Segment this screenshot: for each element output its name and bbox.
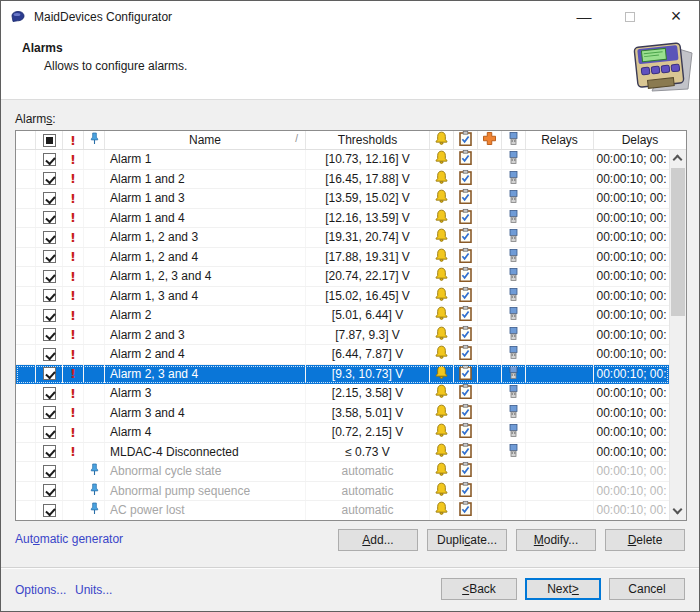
alarm-enabled-checkbox[interactable]: [43, 504, 56, 517]
alarm-row[interactable]: ! Alarm 1 and 2 [16.45, 17.88] V 00:00:1…: [16, 170, 669, 190]
alarm-enabled-checkbox[interactable]: [43, 289, 56, 302]
alarm-enabled-checkbox[interactable]: [43, 387, 56, 400]
alarm-enabled-checkbox[interactable]: [43, 192, 56, 205]
alarm-bell-icon: [434, 482, 449, 500]
alarm-important-icon: !: [70, 405, 76, 420]
alarm-row[interactable]: ! Alarm 4 [0.72, 2.15] V 00:00:10; 00:: [16, 423, 669, 443]
scroll-up-button[interactable]: [670, 150, 686, 167]
alarm-enabled-checkbox[interactable]: [43, 211, 56, 224]
alarm-relays: [526, 189, 594, 208]
alarm-enabled-checkbox[interactable]: [43, 367, 56, 380]
alarm-row[interactable]: Abnormal cycle state automatic 00:00:10;…: [16, 462, 669, 482]
scrollbar-thumb[interactable]: [671, 168, 685, 316]
alarm-relays: [526, 248, 594, 267]
pin-column-header[interactable]: [84, 131, 105, 149]
alarm-thresholds: [2.15, 3.58] V: [332, 386, 403, 400]
confirm-column-header[interactable]: [454, 131, 478, 149]
units-link[interactable]: Units...: [75, 583, 112, 597]
alarm-enabled-checkbox[interactable]: [43, 426, 56, 439]
alarm-enabled-checkbox[interactable]: [43, 172, 56, 185]
alarm-relays: [526, 345, 594, 364]
alarm-row[interactable]: ! Alarm 1 and 3 [13.59, 15.02] V 00:00:1…: [16, 189, 669, 209]
window-title: MaidDevices Configurator: [34, 10, 172, 24]
select-all-header[interactable]: [36, 131, 63, 149]
alarm-row[interactable]: ! MLDAC-4 Disconnected ≤ 0.73 V 00:00:10…: [16, 443, 669, 463]
clipboard-check-icon: [459, 131, 472, 149]
alarm-relays: [526, 443, 594, 462]
alarm-enabled-checkbox[interactable]: [43, 328, 56, 341]
alarm-enabled-checkbox[interactable]: [43, 153, 56, 166]
thresholds-column-header[interactable]: Thresholds: [306, 131, 430, 149]
alarm-name: Abnormal pump sequence: [110, 484, 250, 498]
alarm-enabled-checkbox[interactable]: [43, 270, 56, 283]
alarm-row[interactable]: AC power lost automatic 00:00:10; 00:: [16, 501, 669, 520]
alarm-row[interactable]: ! Alarm 3 [2.15, 3.58] V 00:00:10; 00:: [16, 384, 669, 404]
alarm-row[interactable]: ! Alarm 2 [5.01, 6.44] V 00:00:10; 00:: [16, 306, 669, 326]
alarm-confirm-icon: [459, 345, 472, 363]
alarm-name: MLDAC-4 Disconnected: [110, 445, 239, 459]
back-button[interactable]: < Back: [441, 578, 517, 600]
cancel-button[interactable]: Cancel: [609, 578, 685, 600]
alarm-thresholds: [7.87, 9.3] V: [335, 328, 400, 342]
alarm-enabled-checkbox[interactable]: [43, 231, 56, 244]
alarm-name: Alarm 4: [110, 425, 151, 439]
alarm-bell-icon: [434, 404, 449, 422]
delays-column-header[interactable]: Delays: [594, 131, 686, 149]
maximize-button[interactable]: [607, 1, 653, 32]
alarm-row[interactable]: ! Alarm 3 and 4 [3.58, 5.01] V 00:00:10;…: [16, 404, 669, 424]
alarm-confirm-icon: [459, 267, 472, 285]
relay-column-header[interactable]: [502, 131, 526, 149]
alarm-row[interactable]: ! Alarm 1 and 4 [12.16, 13.59] V 00:00:1…: [16, 209, 669, 229]
alarm-relay-icon: [508, 288, 519, 304]
next-button[interactable]: Next >: [525, 578, 601, 600]
alarm-row[interactable]: ! Alarm 2 and 3 [7.87, 9.3] V 00:00:10; …: [16, 326, 669, 346]
alarm-row[interactable]: ! Alarm 1 [10.73, 12.16] V 00:00:10; 00:: [16, 150, 669, 170]
alarm-enabled-checkbox[interactable]: [43, 250, 56, 263]
alarm-enabled-checkbox[interactable]: [43, 465, 56, 478]
alarm-row[interactable]: ! Alarm 1, 2, 3 and 4 [20.74, 22.17] V 0…: [16, 267, 669, 287]
add-button[interactable]: Add...: [338, 529, 418, 551]
name-column-header[interactable]: Name /: [105, 131, 306, 149]
alarm-row[interactable]: Abnormal pump sequence automatic 00:00:1…: [16, 482, 669, 502]
alarm-confirm-icon: [459, 170, 472, 188]
modify-button[interactable]: Modify...: [516, 529, 596, 551]
list-actions-row: Automatic generator Add... Duplicate... …: [1, 528, 699, 552]
automatic-generator-link[interactable]: Automatic generator: [15, 532, 123, 546]
bell-column-header[interactable]: [430, 131, 454, 149]
alarm-name: Alarm 1 and 2: [110, 172, 185, 186]
alarm-enabled-checkbox[interactable]: [43, 445, 56, 458]
alarm-enabled-checkbox[interactable]: [43, 484, 56, 497]
alarm-thresholds: [17.88, 19.31] V: [325, 250, 410, 264]
alarm-enabled-checkbox[interactable]: [43, 309, 56, 322]
alarm-enabled-checkbox[interactable]: [43, 348, 56, 361]
options-link[interactable]: Options...: [15, 583, 66, 597]
alarm-rows: ! Alarm 1 [10.73, 12.16] V 00:00:10; 00:…: [16, 150, 669, 520]
scroll-down-button[interactable]: [670, 503, 686, 520]
caption-buttons: — ×: [561, 1, 699, 32]
alarm-thresholds: [12.16, 13.59] V: [325, 211, 410, 225]
relays-column-header[interactable]: Relays: [526, 131, 594, 149]
vertical-scrollbar[interactable]: [669, 150, 686, 520]
alarm-name: AC power lost: [110, 503, 185, 517]
device-image: [630, 37, 694, 96]
add-cross-column-header[interactable]: [478, 131, 502, 149]
app-icon: [10, 9, 26, 25]
alarm-row[interactable]: ! Alarm 1, 3 and 4 [15.02, 16.45] V 00:0…: [16, 287, 669, 307]
alarm-row[interactable]: ! Alarm 1, 2 and 3 [19.31, 20.74] V 00:0…: [16, 228, 669, 248]
duplicate-button[interactable]: Duplicate...: [427, 529, 507, 551]
minimize-button[interactable]: —: [561, 1, 607, 32]
alarm-row[interactable]: ! Alarm 1, 2 and 4 [17.88, 19.31] V 00:0…: [16, 248, 669, 268]
chevron-up-icon: [673, 155, 683, 165]
close-button[interactable]: ×: [653, 1, 699, 32]
alarm-enabled-checkbox[interactable]: [43, 406, 56, 419]
alarm-relay-icon: [508, 249, 519, 265]
alarm-row[interactable]: ! Alarm 2, 3 and 4 [9.3, 10.73] V 00:00:…: [16, 365, 669, 385]
alarm-name: Alarm 1 and 4: [110, 211, 185, 225]
alarm-row[interactable]: ! Alarm 2 and 4 [6.44, 7.87] V 00:00:10;…: [16, 345, 669, 365]
select-all-checkbox[interactable]: [43, 134, 56, 147]
delete-button[interactable]: Delete: [605, 529, 685, 551]
alarm-bell-icon: [434, 345, 449, 363]
alarm-thresholds: [15.02, 16.45] V: [325, 289, 410, 303]
header-margin-cell: [16, 131, 36, 149]
important-column-header[interactable]: !: [63, 131, 84, 149]
